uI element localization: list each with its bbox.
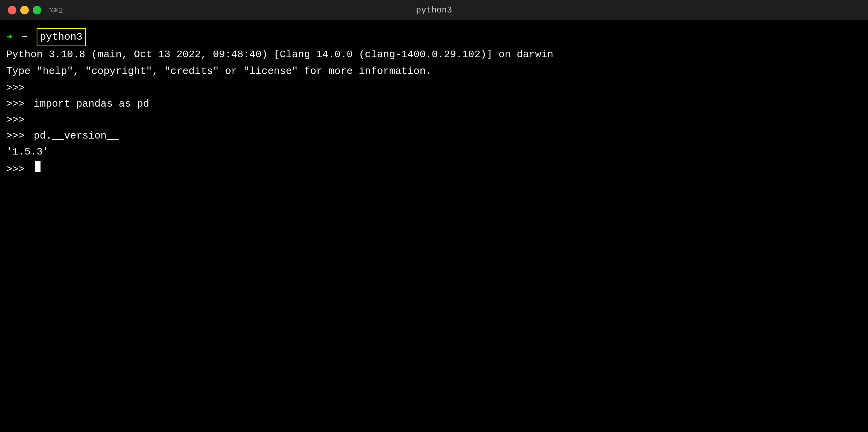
version-command-line: >>> pd.__version__ [6,128,862,144]
traffic-lights [8,6,41,14]
tilde-symbol: ~ [16,30,28,45]
version-command: pd.__version__ [34,128,118,144]
python-help-line: Type "help", "copyright", "credits" or "… [6,64,432,79]
close-button[interactable] [8,6,16,14]
output-line-1: Python 3.10.8 (main, Oct 13 2022, 09:48:… [6,47,862,63]
python-prompt-2: >>> [6,97,25,112]
python-version-line: Python 3.10.8 (main, Oct 13 2022, 09:48:… [6,47,553,62]
version-output-line: '1.5.3' [6,144,862,160]
shell-arrow: ➜ [6,30,12,45]
empty-prompt-1: >>> [6,81,862,96]
terminal-cursor [35,161,41,172]
python-prompt-4: >>> [6,128,25,144]
final-prompt-line[interactable]: >>> [6,161,862,177]
version-output: '1.5.3' [6,144,49,160]
terminal-window: ⌥⌘2 python3 ➜ ~ python3 Python 3.10.8 (m… [0,0,868,432]
terminal-content[interactable]: ➜ ~ python3 Python 3.10.8 (main, Oct 13 … [0,20,868,432]
python-prompt-3: >>> [6,112,25,128]
initial-prompt-line: ➜ ~ python3 [6,28,862,46]
python-prompt-1: >>> [6,81,25,96]
python-prompt-5: >>> [6,162,25,177]
shortcut-label: ⌥⌘2 [49,5,63,15]
output-line-2: Type "help", "copyright", "credits" or "… [6,64,862,80]
minimize-button[interactable] [20,6,29,14]
python3-command: python3 [37,28,85,46]
title-bar: ⌥⌘2 python3 [0,0,868,20]
import-pandas-command: import pandas as pd [34,97,149,112]
empty-prompt-2: >>> [6,112,862,128]
maximize-button[interactable] [33,6,41,14]
window-title: python3 [416,5,452,15]
import-pandas-line: >>> import pandas as pd [6,97,862,112]
